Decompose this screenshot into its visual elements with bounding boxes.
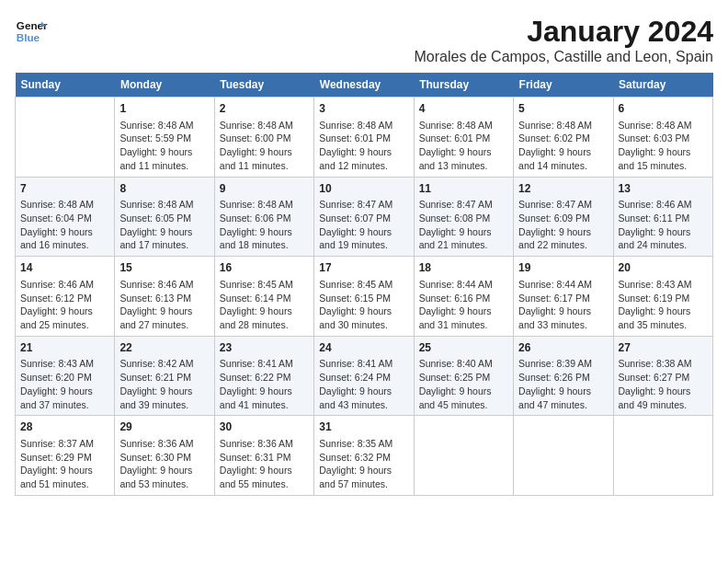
calendar-cell: 17Sunrise: 8:45 AMSunset: 6:15 PMDayligh… bbox=[314, 257, 414, 337]
day-info: Sunrise: 8:42 AMSunset: 6:21 PMDaylight:… bbox=[119, 357, 209, 411]
calendar-cell: 8Sunrise: 8:48 AMSunset: 6:05 PMDaylight… bbox=[115, 177, 214, 257]
day-info: Sunrise: 8:44 AMSunset: 6:16 PMDaylight:… bbox=[419, 278, 508, 332]
calendar-cell: 14Sunrise: 8:46 AMSunset: 6:12 PMDayligh… bbox=[16, 257, 115, 337]
location-title: Morales de Campos, Castille and Leon, Sp… bbox=[414, 49, 713, 65]
calendar-cell: 23Sunrise: 8:41 AMSunset: 6:22 PMDayligh… bbox=[214, 336, 313, 416]
day-info: Sunrise: 8:48 AMSunset: 6:06 PMDaylight:… bbox=[220, 198, 309, 252]
calendar-cell: 12Sunrise: 8:47 AMSunset: 6:09 PMDayligh… bbox=[514, 177, 613, 257]
calendar-cell bbox=[414, 416, 513, 496]
calendar-week-row: 7Sunrise: 8:48 AMSunset: 6:04 PMDaylight… bbox=[16, 177, 713, 257]
day-info: Sunrise: 8:41 AMSunset: 6:24 PMDaylight:… bbox=[319, 357, 408, 411]
calendar-cell: 2Sunrise: 8:48 AMSunset: 6:00 PMDaylight… bbox=[214, 98, 313, 178]
title-block: January 2024 Morales de Campos, Castille… bbox=[414, 15, 713, 65]
day-number: 24 bbox=[319, 340, 408, 356]
calendar-cell: 20Sunrise: 8:43 AMSunset: 6:19 PMDayligh… bbox=[613, 257, 712, 337]
day-info: Sunrise: 8:45 AMSunset: 6:14 PMDaylight:… bbox=[220, 278, 309, 332]
day-info: Sunrise: 8:47 AMSunset: 6:08 PMDaylight:… bbox=[419, 198, 508, 252]
day-number: 29 bbox=[119, 419, 209, 435]
day-number: 2 bbox=[220, 101, 309, 117]
weekday-header-cell: Thursday bbox=[414, 73, 513, 98]
weekday-header-row: SundayMondayTuesdayWednesdayThursdayFrid… bbox=[16, 73, 713, 98]
day-info: Sunrise: 8:36 AMSunset: 6:30 PMDaylight:… bbox=[119, 437, 209, 491]
day-info: Sunrise: 8:48 AMSunset: 5:59 PMDaylight:… bbox=[119, 119, 209, 173]
day-info: Sunrise: 8:41 AMSunset: 6:22 PMDaylight:… bbox=[220, 357, 309, 411]
calendar-cell: 18Sunrise: 8:44 AMSunset: 6:16 PMDayligh… bbox=[414, 257, 513, 337]
calendar-week-row: 14Sunrise: 8:46 AMSunset: 6:12 PMDayligh… bbox=[16, 257, 713, 337]
calendar-cell: 4Sunrise: 8:48 AMSunset: 6:01 PMDaylight… bbox=[414, 98, 513, 178]
day-info: Sunrise: 8:48 AMSunset: 6:02 PMDaylight:… bbox=[518, 119, 608, 173]
day-info: Sunrise: 8:38 AMSunset: 6:27 PMDaylight:… bbox=[619, 357, 708, 411]
calendar-cell: 27Sunrise: 8:38 AMSunset: 6:27 PMDayligh… bbox=[613, 336, 712, 416]
calendar-week-row: 21Sunrise: 8:43 AMSunset: 6:20 PMDayligh… bbox=[16, 336, 713, 416]
calendar-cell: 28Sunrise: 8:37 AMSunset: 6:29 PMDayligh… bbox=[16, 416, 115, 496]
calendar-cell: 7Sunrise: 8:48 AMSunset: 6:04 PMDaylight… bbox=[16, 177, 115, 257]
day-info: Sunrise: 8:39 AMSunset: 6:26 PMDaylight:… bbox=[518, 357, 608, 411]
day-number: 9 bbox=[220, 181, 309, 197]
calendar-cell: 31Sunrise: 8:35 AMSunset: 6:32 PMDayligh… bbox=[314, 416, 414, 496]
calendar-cell: 10Sunrise: 8:47 AMSunset: 6:07 PMDayligh… bbox=[314, 177, 414, 257]
weekday-header-cell: Sunday bbox=[16, 73, 115, 98]
page-header: General Blue January 2024 Morales de Cam… bbox=[15, 15, 713, 65]
day-number: 10 bbox=[319, 181, 408, 197]
day-info: Sunrise: 8:46 AMSunset: 6:13 PMDaylight:… bbox=[119, 278, 209, 332]
calendar-cell: 5Sunrise: 8:48 AMSunset: 6:02 PMDaylight… bbox=[514, 98, 613, 178]
weekday-header-cell: Tuesday bbox=[214, 73, 313, 98]
calendar-table: SundayMondayTuesdayWednesdayThursdayFrid… bbox=[15, 73, 713, 496]
day-info: Sunrise: 8:35 AMSunset: 6:32 PMDaylight:… bbox=[319, 437, 408, 491]
day-info: Sunrise: 8:45 AMSunset: 6:15 PMDaylight:… bbox=[319, 278, 408, 332]
day-number: 6 bbox=[619, 101, 708, 117]
calendar-cell: 9Sunrise: 8:48 AMSunset: 6:06 PMDaylight… bbox=[214, 177, 313, 257]
logo-icon: General Blue bbox=[15, 15, 48, 48]
calendar-cell: 16Sunrise: 8:45 AMSunset: 6:14 PMDayligh… bbox=[214, 257, 313, 337]
calendar-body: 1Sunrise: 8:48 AMSunset: 5:59 PMDaylight… bbox=[16, 98, 713, 496]
calendar-cell: 13Sunrise: 8:46 AMSunset: 6:11 PMDayligh… bbox=[613, 177, 712, 257]
day-number: 19 bbox=[518, 260, 608, 276]
calendar-cell: 24Sunrise: 8:41 AMSunset: 6:24 PMDayligh… bbox=[314, 336, 414, 416]
day-number: 3 bbox=[319, 101, 408, 117]
day-info: Sunrise: 8:48 AMSunset: 6:01 PMDaylight:… bbox=[419, 119, 508, 173]
day-number: 12 bbox=[518, 181, 608, 197]
day-number: 7 bbox=[20, 181, 109, 197]
day-info: Sunrise: 8:48 AMSunset: 6:01 PMDaylight:… bbox=[319, 119, 408, 173]
calendar-cell: 26Sunrise: 8:39 AMSunset: 6:26 PMDayligh… bbox=[514, 336, 613, 416]
calendar-cell: 30Sunrise: 8:36 AMSunset: 6:31 PMDayligh… bbox=[214, 416, 313, 496]
day-number: 23 bbox=[220, 340, 309, 356]
day-number: 16 bbox=[220, 260, 309, 276]
day-info: Sunrise: 8:48 AMSunset: 6:03 PMDaylight:… bbox=[619, 119, 708, 173]
day-info: Sunrise: 8:48 AMSunset: 6:05 PMDaylight:… bbox=[119, 198, 209, 252]
day-info: Sunrise: 8:43 AMSunset: 6:20 PMDaylight:… bbox=[20, 357, 109, 411]
day-number: 27 bbox=[619, 340, 708, 356]
calendar-cell: 15Sunrise: 8:46 AMSunset: 6:13 PMDayligh… bbox=[115, 257, 214, 337]
svg-text:Blue: Blue bbox=[17, 31, 40, 43]
day-info: Sunrise: 8:46 AMSunset: 6:11 PMDaylight:… bbox=[619, 198, 708, 252]
day-number: 26 bbox=[518, 340, 608, 356]
day-number: 25 bbox=[419, 340, 508, 356]
day-number: 28 bbox=[20, 419, 109, 435]
weekday-header-cell: Monday bbox=[115, 73, 214, 98]
calendar-cell: 19Sunrise: 8:44 AMSunset: 6:17 PMDayligh… bbox=[514, 257, 613, 337]
day-number: 1 bbox=[119, 101, 209, 117]
day-number: 22 bbox=[119, 340, 209, 356]
calendar-week-row: 28Sunrise: 8:37 AMSunset: 6:29 PMDayligh… bbox=[16, 416, 713, 496]
day-number: 13 bbox=[619, 181, 708, 197]
calendar-cell: 11Sunrise: 8:47 AMSunset: 6:08 PMDayligh… bbox=[414, 177, 513, 257]
day-info: Sunrise: 8:46 AMSunset: 6:12 PMDaylight:… bbox=[20, 278, 109, 332]
calendar-cell bbox=[514, 416, 613, 496]
day-info: Sunrise: 8:36 AMSunset: 6:31 PMDaylight:… bbox=[220, 437, 309, 491]
day-info: Sunrise: 8:47 AMSunset: 6:09 PMDaylight:… bbox=[518, 198, 608, 252]
calendar-cell bbox=[613, 416, 712, 496]
weekday-header-cell: Friday bbox=[514, 73, 613, 98]
day-info: Sunrise: 8:37 AMSunset: 6:29 PMDaylight:… bbox=[20, 437, 109, 491]
day-number: 8 bbox=[119, 181, 209, 197]
day-number: 21 bbox=[20, 340, 109, 356]
day-info: Sunrise: 8:47 AMSunset: 6:07 PMDaylight:… bbox=[319, 198, 408, 252]
day-number: 4 bbox=[419, 101, 508, 117]
day-number: 5 bbox=[518, 101, 608, 117]
day-number: 20 bbox=[619, 260, 708, 276]
day-info: Sunrise: 8:44 AMSunset: 6:17 PMDaylight:… bbox=[518, 278, 608, 332]
calendar-cell: 29Sunrise: 8:36 AMSunset: 6:30 PMDayligh… bbox=[115, 416, 214, 496]
day-info: Sunrise: 8:48 AMSunset: 6:00 PMDaylight:… bbox=[220, 119, 309, 173]
weekday-header-cell: Wednesday bbox=[314, 73, 414, 98]
day-info: Sunrise: 8:48 AMSunset: 6:04 PMDaylight:… bbox=[20, 198, 109, 252]
calendar-cell: 6Sunrise: 8:48 AMSunset: 6:03 PMDaylight… bbox=[613, 98, 712, 178]
